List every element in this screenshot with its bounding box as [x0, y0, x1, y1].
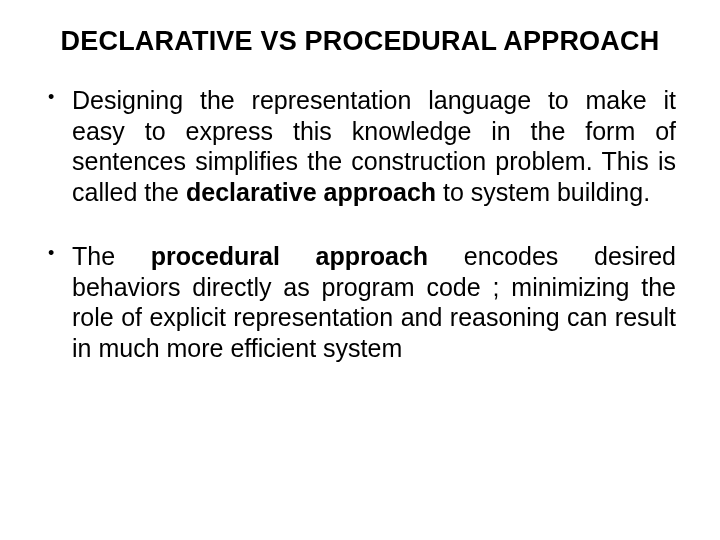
- bullet-text-post: to system building.: [436, 178, 650, 206]
- slide: DECLARATIVE VS PROCEDURAL APPROACH Desig…: [0, 0, 720, 540]
- bullet-text-bold: procedural approach: [151, 242, 428, 270]
- slide-title: DECLARATIVE VS PROCEDURAL APPROACH: [44, 26, 676, 57]
- list-item: Designing the representation language to…: [44, 85, 676, 207]
- bullet-text-pre: The: [72, 242, 151, 270]
- bullet-list: Designing the representation language to…: [44, 85, 676, 363]
- bullet-text-bold: declarative approach: [186, 178, 436, 206]
- list-item: The procedural approach encodes desired …: [44, 241, 676, 363]
